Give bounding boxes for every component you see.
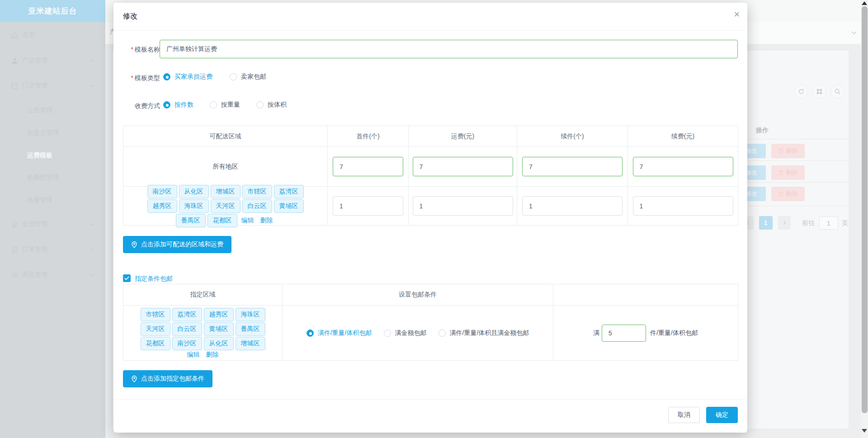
sidebar-item-orders[interactable]: 订单管理 — [0, 240, 105, 259]
region-tag[interactable]: 天河区 — [141, 322, 170, 336]
sidebar-subitem-carousel[interactable]: 轮播图管理 — [0, 169, 105, 187]
delete-condition-region-link[interactable]: 删除 — [206, 351, 219, 359]
column-header: 续件(个) — [517, 126, 628, 147]
first-fee-input[interactable] — [413, 196, 513, 216]
sidebar-item-label: 门店管理 — [22, 82, 47, 90]
first-piece-input[interactable] — [333, 157, 403, 176]
radio-free-by-both[interactable]: 满件/重量/体积且满金额包邮 — [439, 329, 529, 337]
pagination-next-button[interactable] — [778, 216, 791, 230]
region-tag[interactable]: 越秀区 — [147, 199, 177, 213]
radio-buyer-pays[interactable]: 买家承担运费 — [163, 73, 212, 81]
chevron-down-icon[interactable] — [851, 30, 857, 36]
sidebar-item-stores[interactable]: 门店管理 — [0, 77, 105, 95]
row-delete-label: 删除 — [786, 147, 797, 155]
radio-by-weight[interactable]: 按重量 — [210, 101, 240, 109]
region-tag[interactable]: 番禺区 — [176, 214, 206, 227]
sidebar-item-products[interactable]: 产品管理 — [0, 52, 105, 70]
region-tag[interactable]: 黄埔区 — [274, 199, 304, 213]
pagination-current-page[interactable]: 1 — [759, 216, 773, 230]
template-name-input[interactable] — [160, 40, 738, 58]
region-tag[interactable]: 从化区 — [179, 185, 209, 198]
region-tag[interactable]: 花都区 — [141, 337, 170, 350]
radio-by-piece[interactable]: 按件数 — [163, 101, 193, 109]
delete-region-link[interactable]: 删除 — [260, 217, 273, 225]
region-tag[interactable]: 增城区 — [236, 337, 265, 350]
sidebar-subitem-label: 轮播图管理 — [27, 174, 59, 182]
row-delete-button[interactable]: 删除 — [771, 187, 805, 201]
search-button[interactable] — [830, 85, 844, 99]
layout-button[interactable] — [812, 85, 826, 99]
region-tag[interactable]: 荔湾区 — [274, 185, 304, 198]
sidebar-item-label: 系统管理 — [22, 271, 47, 279]
next-piece-input[interactable] — [522, 157, 623, 176]
sidebar-subitem-announcements[interactable]: 公告管理 — [0, 101, 105, 119]
scrollbar-thumb[interactable] — [862, 6, 868, 413]
scroll-down-icon[interactable] — [862, 429, 867, 433]
sidebar-item-home[interactable]: 首页 — [0, 26, 105, 44]
radio-dot — [210, 101, 217, 108]
region-tag[interactable]: 白云区 — [242, 199, 272, 213]
region-tag[interactable]: 市辖区 — [141, 308, 170, 321]
close-icon[interactable]: × — [731, 8, 743, 21]
pagination-goto-input[interactable] — [819, 217, 838, 230]
radio-label: 按重量 — [221, 101, 240, 109]
radio-seller-free[interactable]: 卖家包邮 — [230, 73, 266, 81]
sidebar-subitem-hot-search[interactable]: 热搜管理 — [0, 191, 105, 209]
free-shipping-checkbox-label[interactable]: 指定条件包邮 — [135, 275, 173, 283]
radio-dot — [439, 330, 446, 337]
region-tag[interactable]: 海珠区 — [179, 199, 209, 213]
add-condition-button[interactable]: 点击添加指定包邮条件 — [123, 370, 212, 387]
radio-by-volume[interactable]: 按体积 — [256, 101, 287, 109]
page-scrollbar[interactable] — [861, 0, 868, 438]
free-shipping-checkbox[interactable] — [123, 274, 131, 282]
region-tag[interactable]: 番禺区 — [236, 322, 265, 336]
region-tag[interactable]: 白云区 — [172, 322, 202, 336]
required-mark: * — [131, 74, 133, 81]
row-delete-button[interactable]: 删除 — [771, 165, 805, 180]
next-fee-input[interactable] — [633, 196, 733, 216]
region-tag[interactable]: 南沙区 — [172, 337, 202, 350]
sidebar-subitem-label: 自提点管理 — [27, 129, 59, 137]
edit-condition-region-link[interactable]: 编辑 — [187, 351, 200, 359]
next-piece-input[interactable] — [522, 196, 623, 216]
cancel-button[interactable]: 取消 — [668, 407, 700, 423]
column-header — [553, 284, 738, 306]
first-piece-input[interactable] — [333, 196, 403, 216]
add-region-button[interactable]: 点击添加可配送的区域和运费 — [123, 236, 231, 253]
region-tag[interactable]: 海珠区 — [236, 308, 265, 321]
region-tag[interactable]: 天河区 — [211, 199, 241, 213]
scroll-up-icon[interactable] — [862, 1, 867, 5]
next-fee-input[interactable] — [633, 157, 733, 176]
required-mark: * — [131, 46, 133, 53]
sidebar-subitem-pickup-points[interactable]: 自提点管理 — [0, 124, 105, 142]
chevron-right-icon — [782, 221, 787, 225]
pagination-goto-label: 前往 — [802, 219, 815, 227]
edit-region-link[interactable]: 编辑 — [241, 217, 254, 225]
region-tag[interactable]: 黄埔区 — [204, 322, 234, 336]
sidebar-subitem-shipping-templates[interactable]: 运费模板 — [0, 146, 105, 165]
region-tag[interactable]: 增城区 — [211, 185, 241, 198]
radio-dot — [256, 101, 264, 108]
sidebar-item-members[interactable]: 会员管理 — [0, 215, 105, 233]
region-tag[interactable]: 市辖区 — [242, 185, 272, 198]
column-header: 续费(元) — [628, 126, 738, 147]
condition-radio-group: 满件/重量/体积包邮 满金额包邮 满件/重量/体积且满金额包邮 — [307, 329, 529, 337]
sidebar-item-system[interactable]: 系统管理 — [0, 266, 105, 284]
region-tag[interactable]: 越秀区 — [204, 308, 234, 321]
sidebar-item-label: 会员管理 — [22, 220, 47, 228]
radio-free-by-price[interactable]: 满金额包邮 — [384, 329, 427, 337]
threshold-input[interactable] — [602, 325, 646, 342]
radio-label: 满金额包邮 — [395, 329, 427, 337]
template-type-label: *模板类型 — [123, 74, 160, 82]
row-delete-button[interactable]: 删除 — [771, 144, 805, 158]
radio-free-by-amounts[interactable]: 满件/重量/体积包邮 — [307, 329, 372, 337]
refresh-button[interactable] — [794, 85, 808, 99]
region-tag[interactable]: 花都区 — [208, 214, 237, 227]
confirm-button[interactable]: 确定 — [706, 407, 738, 423]
chevron-down-icon — [90, 58, 95, 63]
region-tag[interactable]: 荔湾区 — [172, 308, 202, 321]
region-tag[interactable]: 从化区 — [204, 337, 234, 350]
region-tag[interactable]: 南沙区 — [147, 185, 177, 198]
template-name-label: *模板名称 — [123, 46, 160, 54]
first-fee-input[interactable] — [413, 157, 513, 176]
